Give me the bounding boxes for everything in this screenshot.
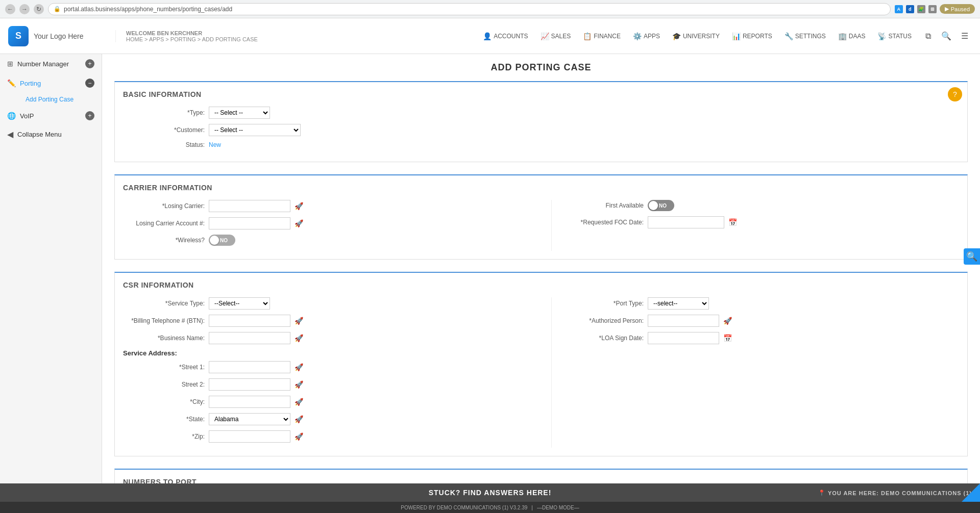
paused-button[interactable]: ▶ Paused (940, 4, 975, 14)
city-row: *City: 🚀 (123, 396, 531, 408)
sidebar: ⊞ Number Manager + ✏️ Porting − Add Port… (0, 54, 102, 483)
bottom-bar[interactable]: STUCK? FIND ANSWERS HERE! 📍 YOU ARE HERE… (0, 483, 980, 502)
service-type-select[interactable]: --Select-- (209, 297, 270, 310)
status-icon: 📡 (877, 32, 886, 40)
sidebar-item-label-number-manager: Number Manager (17, 60, 69, 68)
state-copy-icon[interactable]: 🚀 (295, 415, 303, 423)
port-type-label: *Port Type: (572, 300, 644, 307)
nav-status[interactable]: 📡STATUS (872, 29, 917, 43)
billing-telephone-copy-icon[interactable]: 🚀 (295, 317, 303, 325)
billing-telephone-input[interactable] (209, 315, 290, 327)
nav-finance[interactable]: 📋FINANCE (578, 29, 626, 43)
state-select[interactable]: AlabamaAlaskaArizonaArkansasCaliforniaCo… (209, 413, 290, 425)
losing-carrier-copy-icon[interactable]: 🚀 (295, 202, 303, 210)
stuck-text: STUCK? FIND ANSWERS HERE! (429, 489, 552, 497)
street2-copy-icon[interactable]: 🚀 (295, 380, 303, 389)
csr-info-header: CSR INFORMATION (123, 281, 959, 289)
first-available-label: First Available (572, 202, 644, 209)
nav-settings[interactable]: 🔧SETTINGS (779, 29, 831, 43)
sidebar-item-voip[interactable]: 🌐 VoIP + (0, 106, 102, 125)
state-label: *State: (123, 416, 205, 423)
zip-input[interactable] (209, 430, 290, 443)
forward-button[interactable]: → (19, 4, 30, 14)
sales-icon: 📈 (541, 32, 549, 40)
customer-row: *Customer: -- Select -- (123, 124, 959, 136)
losing-carrier-label: *Losing Carrier: (123, 202, 205, 210)
sidebar-item-label-porting: Porting (20, 80, 41, 87)
csr-right: *Port Type: --select-- *Authorized Perso… (551, 297, 959, 448)
losing-carrier-account-input[interactable] (209, 217, 290, 229)
authorized-person-label: *Authorized Person: (572, 317, 644, 324)
loa-sign-date-input[interactable] (648, 332, 719, 344)
type-label: *Type: (123, 109, 205, 116)
menu-button[interactable]: ☰ (958, 29, 972, 43)
voip-add-btn[interactable]: + (85, 111, 94, 120)
losing-carrier-input[interactable] (209, 200, 290, 212)
losing-carrier-account-copy-icon[interactable]: 🚀 (295, 219, 303, 227)
nav-apps[interactable]: ⚙️APPS (628, 29, 665, 43)
business-name-copy-icon[interactable]: 🚀 (295, 334, 303, 342)
street1-row: *Street 1: 🚀 (123, 361, 531, 373)
customer-label: *Customer: (123, 126, 205, 134)
app-wrapper: S Your Logo Here WELCOME BEN KERCHNER HO… (0, 18, 980, 513)
powered-text: POWERED BY DEMO COMMUNICATIONS (1) V3.2.… (401, 505, 527, 510)
first-available-toggle[interactable]: NO (648, 200, 674, 211)
bottom-right-badge: 📍 YOU ARE HERE: DEMO COMMUNICATIONS (1) (818, 490, 972, 496)
search-button[interactable]: 🔍 (939, 29, 953, 43)
university-icon: 🎓 (672, 32, 681, 40)
city-input[interactable] (209, 396, 290, 408)
number-manager-add-btn[interactable]: + (85, 59, 94, 68)
ext-grid: ⊞ (928, 5, 937, 13)
nav-daas[interactable]: 🏢DAAS (833, 29, 871, 43)
type-select[interactable]: -- Select -- (209, 107, 270, 119)
requested-foc-calendar-icon[interactable]: 📅 (728, 218, 737, 226)
zip-copy-icon[interactable]: 🚀 (295, 432, 303, 441)
right-float-search-button[interactable]: 🔍 (964, 248, 980, 265)
sidebar-collapse-menu[interactable]: ◀ Collapse Menu (0, 125, 102, 143)
screen-share-button[interactable]: ⧉ (921, 29, 935, 43)
sidebar-sub-add-porting-case[interactable]: Add Porting Case (18, 93, 102, 106)
bottom-bar-sub: POWERED BY DEMO COMMUNICATIONS (1) V3.2.… (0, 502, 980, 513)
porting-collapse-btn[interactable]: − (85, 79, 94, 88)
loa-sign-date-calendar-icon[interactable]: 📅 (723, 334, 732, 342)
settings-icon: 🔧 (785, 32, 793, 40)
authorized-person-copy-icon[interactable]: 🚀 (723, 317, 732, 325)
business-name-label: *Business Name: (123, 335, 205, 342)
city-copy-icon[interactable]: 🚀 (295, 398, 303, 406)
state-row: *State: AlabamaAlaskaArizonaArkansasCali… (123, 413, 531, 425)
sidebar-item-porting[interactable]: ✏️ Porting − (0, 73, 102, 93)
city-label: *City: (123, 398, 205, 405)
toggle-thumb-first (649, 201, 658, 210)
address-bar[interactable]: 🔒 portal.atlas.business/apps/phone_numbe… (48, 3, 891, 15)
business-name-input[interactable] (209, 332, 290, 344)
requested-foc-input[interactable] (648, 216, 724, 228)
reload-button[interactable]: ↻ (34, 4, 44, 14)
street1-copy-icon[interactable]: 🚀 (295, 363, 303, 371)
sidebar-item-number-manager[interactable]: ⊞ Number Manager + (0, 54, 102, 73)
loa-sign-date-row: *LOA Sign Date: 📅 (572, 332, 959, 344)
authorized-person-input[interactable] (648, 315, 719, 327)
wireless-toggle-label: NO (220, 238, 228, 243)
nav-university[interactable]: 🎓UNIVERSITY (667, 29, 725, 43)
customer-select[interactable]: -- Select -- (209, 124, 301, 136)
authorized-person-row: *Authorized Person: 🚀 (572, 315, 959, 327)
street2-input[interactable] (209, 378, 290, 391)
back-button[interactable]: ← (5, 4, 15, 14)
voip-icon: 🌐 (7, 112, 16, 120)
wireless-toggle[interactable]: NO (209, 235, 235, 246)
carrier-information-section: CARRIER INFORMATION *Losing Carrier: 🚀 L… (114, 174, 968, 260)
browser-chrome: ← → ↻ 🔒 portal.atlas.business/apps/phone… (0, 0, 980, 18)
losing-carrier-row: *Losing Carrier: 🚀 (123, 200, 531, 212)
requested-foc-row: *Requested FOC Date: 📅 (572, 216, 959, 228)
csr-information-section: CSR INFORMATION *Service Type: --Select-… (114, 272, 968, 456)
csr-left: *Service Type: --Select-- *Billing Telep… (123, 297, 531, 448)
nav-accounts[interactable]: 👤ACCOUNTS (478, 29, 533, 43)
accounts-icon: 👤 (483, 32, 492, 40)
status-value: New (209, 141, 221, 148)
sidebar-sub-porting: Add Porting Case (0, 93, 102, 106)
street1-input[interactable] (209, 361, 290, 373)
port-type-select[interactable]: --select-- (648, 297, 709, 310)
nav-reports[interactable]: 📊REPORTS (727, 29, 777, 43)
status-row: Status: New (123, 141, 959, 148)
nav-sales[interactable]: 📈SALES (535, 29, 576, 43)
